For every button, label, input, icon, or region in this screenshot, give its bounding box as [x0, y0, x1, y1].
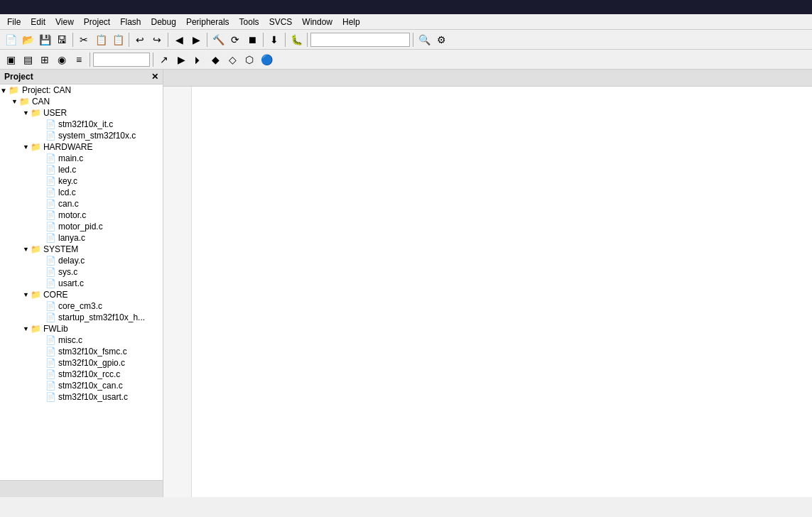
target-dropdown[interactable]	[310, 33, 410, 47]
new-btn[interactable]: 📄	[3, 32, 18, 48]
tree-node-16[interactable]: 📄sys.c	[0, 266, 163, 278]
tree-node-label: lanya.c	[58, 233, 85, 243]
t2-btn4[interactable]: ◉	[54, 52, 70, 67]
fwd-btn[interactable]: ▶	[188, 32, 204, 48]
t2-btn5[interactable]: ≡	[71, 52, 87, 67]
menu-item-tools[interactable]: Tools	[235, 16, 264, 28]
tree-node-20[interactable]: 📄startup_stm32f10x_h...	[0, 312, 163, 323]
tree-node-7[interactable]: 📄led.c	[0, 164, 163, 175]
code-content[interactable]	[192, 87, 812, 497]
menu-item-file[interactable]: File	[3, 16, 25, 28]
file-icon: 📄	[45, 301, 56, 311]
tree-node-27[interactable]: 📄stm32f10x_usart.c	[0, 391, 163, 403]
file-icon: 📄	[45, 392, 56, 402]
open-btn[interactable]: 📂	[20, 32, 36, 48]
menu-item-project[interactable]: Project	[80, 16, 114, 28]
download-btn[interactable]: ⬇	[266, 32, 282, 48]
menu-item-flash[interactable]: Flash	[116, 16, 145, 28]
project-panel: Project ✕ ▼📁Project: CAN▼📁CAN▼📁USER📄stm3…	[0, 70, 163, 497]
t2-dbg3[interactable]: ⏵	[190, 52, 206, 67]
tabs-bar	[163, 70, 812, 87]
tree-node-15[interactable]: 📄delay.c	[0, 255, 163, 266]
t2-dbg5[interactable]: ◇	[224, 52, 240, 67]
tree-node-25[interactable]: 📄stm32f10x_rcc.c	[0, 369, 163, 380]
menu-item-view[interactable]: View	[51, 16, 78, 28]
tree-node-label: CORE	[43, 290, 68, 300]
menu-item-svcs[interactable]: SVCS	[265, 16, 297, 28]
tree-node-13[interactable]: 📄lanya.c	[0, 232, 163, 244]
debug-btn[interactable]: 🐛	[288, 32, 304, 48]
project-close-btn[interactable]: ✕	[151, 72, 158, 82]
file-icon: 📄	[45, 199, 56, 209]
tree-node-label: stm32f10x_usart.c	[58, 392, 128, 402]
t2-dbg1[interactable]: ↗	[156, 52, 172, 67]
t2-dbg2[interactable]: ▶	[173, 52, 189, 67]
save-btn[interactable]: 💾	[37, 32, 53, 48]
undo-btn[interactable]: ↩	[132, 32, 148, 48]
build-btn[interactable]: 🔨	[210, 32, 226, 48]
sep6	[285, 33, 286, 47]
can-input[interactable]	[93, 53, 150, 67]
code-editor[interactable]	[163, 87, 812, 497]
folder-icon: 📁	[31, 244, 41, 254]
cut-btn[interactable]: ✂	[76, 32, 92, 48]
tree-node-11[interactable]: 📄motor.c	[0, 209, 163, 221]
tree-node-19[interactable]: 📄core_cm3.c	[0, 300, 163, 312]
toolbar-2: ▣ ▤ ⊞ ◉ ≡ ↗ ▶ ⏵ ◆ ◇ ⬡ 🔵	[0, 50, 812, 70]
tree-node-label: sys.c	[58, 267, 77, 277]
tree-node-1[interactable]: ▼📁CAN	[0, 96, 163, 107]
sep4	[207, 33, 207, 47]
folder-expand-icon: ▼	[23, 291, 29, 298]
t2-dbg4[interactable]: ◆	[207, 52, 223, 67]
file-icon: 📄	[45, 335, 56, 345]
tree-node-26[interactable]: 📄stm32f10x_can.c	[0, 380, 163, 391]
t2-dbg7[interactable]: 🔵	[259, 52, 274, 67]
tree-node-24[interactable]: 📄stm32f10x_gpio.c	[0, 357, 163, 369]
tree-node-label: SYSTEM	[43, 244, 78, 254]
line-numbers	[163, 87, 192, 497]
tree-node-4[interactable]: 📄system_stm32f10x.c	[0, 130, 163, 141]
tree-node-8[interactable]: 📄key.c	[0, 175, 163, 187]
tree-node-2[interactable]: ▼📁USER	[0, 107, 163, 119]
menu-item-window[interactable]: Window	[298, 16, 337, 28]
menu-item-help[interactable]: Help	[338, 16, 364, 28]
tree-node-label: stm32f10x_gpio.c	[58, 358, 125, 368]
menu-item-peripherals[interactable]: Peripherals	[182, 16, 234, 28]
find-btn[interactable]: 🔍	[416, 32, 432, 48]
title-bar	[0, 0, 812, 14]
expand-icon: ▼	[0, 87, 7, 94]
rebuild-btn[interactable]: ⟳	[227, 32, 243, 48]
tree-node-12[interactable]: 📄motor_pid.c	[0, 221, 163, 232]
tree-node-17[interactable]: 📄usart.c	[0, 278, 163, 289]
t2-btn3[interactable]: ⊞	[37, 52, 53, 67]
back-btn[interactable]: ◀	[171, 32, 187, 48]
settings-btn[interactable]: ⚙	[433, 32, 449, 48]
main-layout: Project ✕ ▼📁Project: CAN▼📁CAN▼📁USER📄stm3…	[0, 70, 812, 497]
save-all-btn[interactable]: 🖫	[54, 32, 70, 48]
tree-node-0[interactable]: ▼📁Project: CAN	[0, 85, 163, 96]
paste-btn[interactable]: 📋	[110, 32, 126, 48]
redo-btn[interactable]: ↪	[149, 32, 165, 48]
menu-item-debug[interactable]: Debug	[147, 16, 180, 28]
tree-node-22[interactable]: 📄misc.c	[0, 334, 163, 346]
menu-item-edit[interactable]: Edit	[26, 16, 50, 28]
t2-btn1[interactable]: ▣	[3, 52, 18, 67]
tree-node-3[interactable]: 📄stm32f10x_it.c	[0, 119, 163, 130]
project-tree[interactable]: ▼📁Project: CAN▼📁CAN▼📁USER📄stm32f10x_it.c…	[0, 85, 163, 480]
folder-icon: 📁	[31, 324, 41, 334]
tree-node-14[interactable]: ▼📁SYSTEM	[0, 244, 163, 255]
copy-btn[interactable]: 📋	[93, 32, 109, 48]
file-icon: 📄	[45, 210, 56, 220]
tree-node-5[interactable]: ▼📁HARDWARE	[0, 141, 163, 153]
t2-btn2[interactable]: ▤	[20, 52, 36, 67]
stop-btn[interactable]: ⏹	[244, 32, 260, 48]
t2-dbg6[interactable]: ⬡	[242, 52, 257, 67]
tree-node-10[interactable]: 📄can.c	[0, 198, 163, 209]
menu-bar: FileEditViewProjectFlashDebugPeripherals…	[0, 14, 812, 30]
tree-node-23[interactable]: 📄stm32f10x_fsmc.c	[0, 346, 163, 357]
tree-node-9[interactable]: 📄lcd.c	[0, 187, 163, 198]
tree-node-18[interactable]: ▼📁CORE	[0, 289, 163, 300]
tree-node-21[interactable]: ▼📁FWLib	[0, 323, 163, 334]
file-icon: 📄	[45, 131, 56, 141]
tree-node-6[interactable]: 📄main.c	[0, 153, 163, 164]
